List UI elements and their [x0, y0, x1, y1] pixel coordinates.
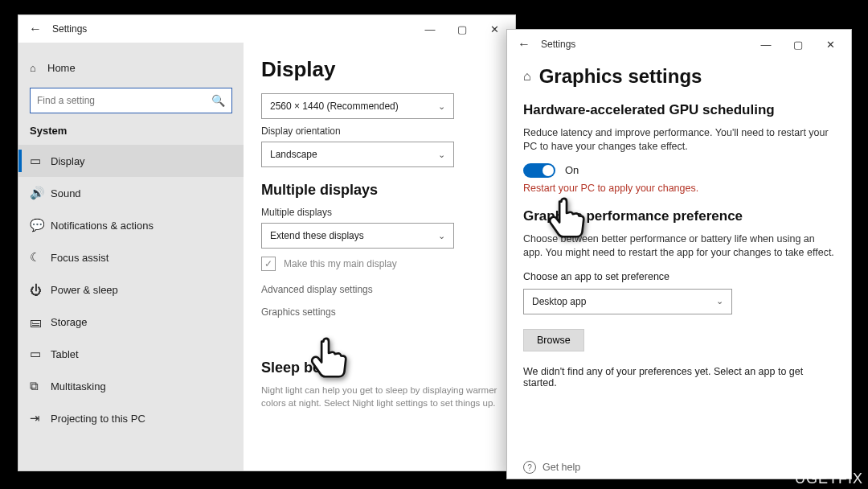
sleep-better-desc: Night light can help you get to sleep by… [261, 384, 497, 409]
search-icon: 🔍 [211, 94, 225, 107]
sidebar-item-label: Notifications & actions [51, 220, 154, 232]
window-title: Settings [52, 23, 87, 35]
back-button[interactable]: ← [512, 37, 536, 51]
sidebar-item-power-sleep[interactable]: ⏻Power & sleep [18, 273, 244, 306]
sidebar-item-label: Tablet [51, 348, 79, 360]
maximize-button[interactable]: ▢ [446, 23, 478, 35]
multi-displays-value: Extend these displays [270, 230, 364, 241]
page-title-display: Display [261, 57, 497, 82]
resolution-select[interactable]: 2560 × 1440 (Recommended) ⌄ [261, 93, 454, 119]
choose-app-label: Choose an app to set preference [523, 271, 835, 282]
home-icon[interactable]: ⌂ [523, 69, 531, 84]
back-button[interactable]: ← [23, 22, 47, 36]
chevron-down-icon: ⌄ [716, 296, 723, 306]
browse-button[interactable]: Browse [523, 329, 584, 351]
orientation-value: Landscape [270, 149, 317, 160]
sidebar-item-storage[interactable]: 🖴Storage [18, 306, 244, 338]
multitasking-icon: ⧉ [30, 379, 51, 393]
settings-window-graphics: ← Settings — ▢ ✕ ⌂ Graphics settings Har… [506, 29, 852, 479]
titlebar: ← Settings — ▢ ✕ [18, 15, 515, 43]
orientation-select[interactable]: Landscape ⌄ [261, 142, 454, 167]
sidebar-item-label: Storage [51, 316, 88, 328]
hw-gpu-toggle-row: On [523, 163, 835, 178]
close-button[interactable]: ✕ [814, 39, 846, 51]
section-title: System [18, 120, 244, 145]
display-content: Display 2560 × 1440 (Recommended) ⌄ Disp… [244, 43, 515, 471]
get-help-label: Get help [542, 462, 580, 473]
sidebar-item-display[interactable]: ▭Display [18, 145, 244, 177]
advanced-display-link[interactable]: Advanced display settings [261, 284, 497, 295]
multi-displays-select[interactable]: Extend these displays ⌄ [261, 223, 454, 249]
hw-gpu-toggle-label: On [565, 164, 579, 176]
minimize-button[interactable]: — [750, 39, 782, 51]
graphics-settings-link[interactable]: Graphics settings [261, 306, 497, 318]
power-sleep-icon: ⏻ [30, 283, 51, 297]
sidebar-item-label: Power & sleep [51, 284, 118, 296]
home-link[interactable]: ⌂ Home [18, 52, 244, 83]
notifications-actions-icon: 💬 [30, 218, 51, 232]
checkbox-icon: ✓ [261, 257, 276, 271]
maximize-button[interactable]: ▢ [782, 39, 814, 51]
sidebar-item-multitasking[interactable]: ⧉Multitasking [18, 370, 244, 402]
main-display-checkbox[interactable]: ✓ Make this my main display [261, 257, 497, 271]
sidebar: ⌂ Home 🔍 System ▭Display🔊Sound💬Notificat… [18, 43, 244, 471]
multi-displays-label: Multiple displays [261, 207, 497, 218]
sidebar-item-sound[interactable]: 🔊Sound [18, 177, 244, 209]
orientation-label: Display orientation [261, 125, 497, 137]
window-title: Settings [541, 39, 575, 50]
home-icon: ⌂ [30, 62, 47, 74]
window-controls: — ▢ ✕ [414, 23, 510, 35]
page-title-graphics: Graphics settings [539, 65, 702, 88]
display-icon: ▭ [30, 154, 51, 168]
hw-gpu-toggle[interactable] [523, 163, 555, 178]
resolution-value: 2560 × 1440 (Recommended) [270, 101, 399, 112]
sidebar-item-label: Projecting to this PC [51, 413, 145, 425]
choose-app-value: Desktop app [532, 296, 586, 307]
sleep-better-heading: Sleep better [261, 360, 497, 376]
watermark: UGETFIX [795, 471, 863, 487]
hw-gpu-heading: Hardware-accelerated GPU scheduling [523, 102, 835, 118]
sidebar-item-tablet[interactable]: ▭Tablet [18, 338, 244, 370]
sidebar-item-notifications-actions[interactable]: 💬Notifications & actions [18, 209, 244, 241]
chevron-down-icon: ⌄ [438, 231, 445, 241]
search-box[interactable]: 🔍 [30, 88, 232, 113]
perf-pref-desc: Choose between better performance or bat… [523, 232, 835, 260]
sidebar-item-label: Focus assist [51, 252, 108, 264]
empty-state-hint: We didn't find any of your preferences y… [523, 366, 835, 388]
sidebar-item-focus-assist[interactable]: ☾Focus assist [18, 241, 244, 273]
storage-icon: 🖴 [30, 315, 51, 329]
tablet-icon: ▭ [30, 347, 51, 361]
home-label: Home [47, 62, 76, 74]
multi-displays-heading: Multiple displays [261, 182, 497, 199]
close-button[interactable]: ✕ [478, 23, 510, 35]
window-controls: — ▢ ✕ [750, 39, 846, 51]
settings-window-display: ← Settings — ▢ ✕ ⌂ Home 🔍 System ▭Displa… [18, 14, 516, 471]
page-heading-row: ⌂ Graphics settings [523, 65, 835, 88]
sidebar-item-label: Sound [51, 187, 81, 199]
sidebar-item-label: Multitasking [51, 380, 106, 392]
chevron-down-icon: ⌄ [438, 150, 445, 160]
main-display-label: Make this my main display [284, 258, 397, 269]
get-help-link[interactable]: ? Get help [523, 461, 580, 474]
sidebar-item-label: Display [51, 155, 85, 167]
focus-assist-icon: ☾ [30, 250, 51, 265]
chevron-down-icon: ⌄ [438, 101, 445, 112]
sound-icon: 🔊 [30, 186, 51, 200]
hw-gpu-desc: Reduce latency and improve performance. … [523, 126, 835, 154]
minimize-button[interactable]: — [414, 23, 446, 35]
sidebar-item-projecting-to-this-pc[interactable]: ⇥Projecting to this PC [18, 402, 244, 434]
graphics-page: ⌂ Graphics settings Hardware-accelerated… [507, 59, 851, 388]
titlebar: ← Settings — ▢ ✕ [507, 30, 851, 59]
restart-warning: Restart your PC to apply your changes. [523, 183, 835, 194]
choose-app-select[interactable]: Desktop app ⌄ [523, 289, 732, 314]
search-input[interactable] [37, 95, 211, 106]
help-icon: ? [523, 461, 536, 474]
sidebar-nav: ▭Display🔊Sound💬Notifications & actions☾F… [18, 145, 244, 434]
projecting-to-this-pc-icon: ⇥ [30, 411, 51, 425]
perf-pref-heading: Graphics performance preference [523, 208, 835, 224]
